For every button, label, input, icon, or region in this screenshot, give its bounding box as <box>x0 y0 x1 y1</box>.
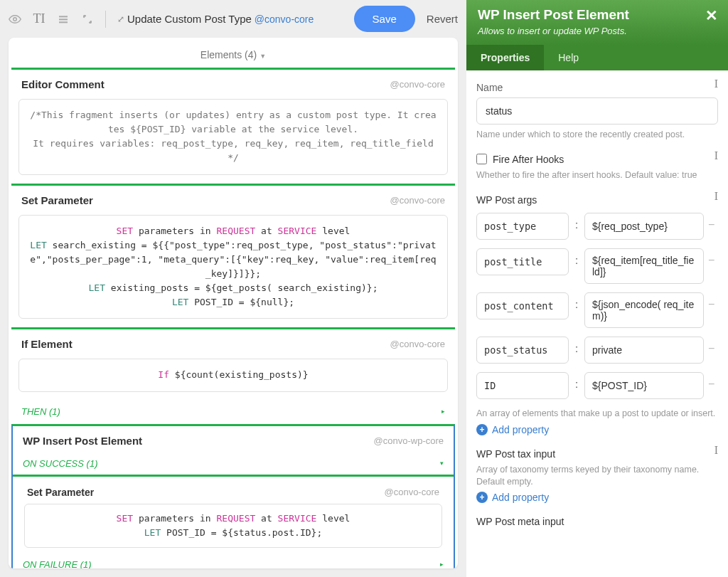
save-button[interactable]: Save <box>354 6 415 32</box>
fire-after-checkbox[interactable] <box>476 154 487 164</box>
fragment-title: Update Custom Post Type <box>127 13 252 25</box>
arg-key-input[interactable]: post_title <box>476 248 569 275</box>
fragment-handle: @convo-core <box>255 14 314 25</box>
arg-key-input[interactable]: post_status <box>476 337 569 364</box>
plus-icon: + <box>476 492 488 503</box>
prop-label: WP Post tax input <box>476 448 718 460</box>
prop-label: Name <box>476 82 718 93</box>
chevron-down-icon: ▼ <box>259 53 266 60</box>
element-wp-insert-post[interactable]: WP Insert Post Element @convo-wp-core ON… <box>11 424 455 568</box>
prop-wp-post-args: I WP Post args post_type:${req_post_type… <box>476 194 718 435</box>
block-handle: @convo-wp-core <box>374 435 444 446</box>
prop-fire-after: I Fire After Hooks Whether to fire the a… <box>476 154 718 181</box>
set-param-body: SET parameters in REQUEST at SERVICE lev… <box>18 215 448 319</box>
panel-body: I Name Name under which to store the rec… <box>466 70 728 577</box>
block-title: Set Parameter <box>27 487 94 498</box>
tab-help[interactable]: Help <box>544 45 593 70</box>
text-cursor-icon[interactable]: I <box>714 78 718 90</box>
svg-rect-2 <box>59 18 68 20</box>
arg-value-input[interactable]: ${req_post_type} <box>584 213 704 240</box>
plus-icon: + <box>476 424 488 435</box>
prop-name: I Name Name under which to store the rec… <box>476 82 718 141</box>
remove-arg-icon[interactable]: − <box>708 292 718 311</box>
list-icon[interactable] <box>57 13 70 26</box>
arg-value-input[interactable]: ${json_encode( req_item)} <box>584 292 704 328</box>
close-icon[interactable]: ✕ <box>705 7 718 24</box>
prop-label: WP Post args <box>476 194 718 206</box>
arg-key-input[interactable]: post_content <box>476 292 569 319</box>
elements-dropdown[interactable]: Elements (4)▼ <box>11 41 455 68</box>
block-handle: @convo-core <box>390 339 445 349</box>
svg-point-0 <box>14 17 17 21</box>
block-title: Set Parameter <box>21 194 93 206</box>
colon: : <box>573 337 580 354</box>
prop-help-text: An array of elements that make up a post… <box>476 408 718 420</box>
colon: : <box>573 248 580 266</box>
arg-row: post_content:${json_encode( req_item)}− <box>476 292 718 328</box>
caret-down-icon: ▾ <box>440 460 444 467</box>
element-editor-comment[interactable]: Editor Comment @convo-core /*This fragme… <box>11 68 455 175</box>
block-title: If Element <box>21 338 73 350</box>
expand-icon[interactable]: ⤢ <box>117 14 124 24</box>
block-title: Editor Comment <box>21 78 105 90</box>
text-cursor-icon[interactable]: I <box>714 444 718 457</box>
prop-label: Fire After Hooks <box>493 154 564 165</box>
breadcrumb: ⤢ Update Custom Post Type @convo-core <box>117 13 343 25</box>
if-body: If ${count(existing_posts)} <box>18 359 448 391</box>
block-handle: @convo-core <box>384 487 439 497</box>
arg-row: post_type:${req_post_type}− <box>476 213 718 240</box>
add-property-button[interactable]: + Add property <box>476 424 549 435</box>
caret-right-icon: ▸ <box>441 408 445 415</box>
remove-arg-icon[interactable]: − <box>708 248 718 267</box>
block-handle: @convo-core <box>390 79 445 90</box>
panel-tabs: Properties Help <box>466 45 728 70</box>
colon: : <box>573 372 580 390</box>
remove-arg-icon[interactable]: − <box>708 337 718 355</box>
prop-help-text: Whether to fire the after insert hooks. … <box>476 169 718 181</box>
editor-panel: TI ⤢ Update Custom Post Type @convo-core… <box>0 0 466 577</box>
text-cursor-icon[interactable]: I <box>714 149 718 162</box>
prop-label: WP Post meta input <box>476 516 718 527</box>
remove-arg-icon[interactable]: − <box>708 213 718 231</box>
name-input[interactable] <box>476 97 718 125</box>
element-if[interactable]: If Element @convo-core If ${count(existi… <box>11 327 455 422</box>
svg-rect-3 <box>59 21 68 23</box>
collapse-icon[interactable] <box>81 13 94 26</box>
arg-key-input[interactable]: ID <box>476 372 569 399</box>
text-cursor-icon[interactable]: I <box>714 190 718 203</box>
inner-set-parameter[interactable]: Set Parameter @convo-core SET parameters… <box>20 481 446 548</box>
comment-body: /*This fragment inserts (or updates) ent… <box>18 99 448 175</box>
visibility-icon[interactable] <box>9 13 21 26</box>
panel-subtitle: Allows to insert or update WP Posts. <box>478 26 717 36</box>
arg-value-input[interactable]: ${req_item[req_title_field]} <box>584 248 704 284</box>
block-handle: @convo-core <box>390 195 445 206</box>
svg-rect-1 <box>59 16 68 17</box>
revert-button[interactable]: Revert <box>427 13 458 25</box>
on-failure-branch[interactable]: ON FAILURE (1) ▸ <box>13 554 454 568</box>
inner-set-body: SET parameters in REQUEST at SERVICE lev… <box>24 504 442 548</box>
colon: : <box>573 292 580 310</box>
add-property-button[interactable]: + Add property <box>476 492 549 503</box>
prop-wp-post-meta: WP Post meta input <box>476 516 718 527</box>
text-icon[interactable]: TI <box>33 13 46 26</box>
panel-title: WP Insert Post Element <box>478 7 717 23</box>
on-success-branch[interactable]: ON SUCCESS (1) ▾ <box>13 452 454 475</box>
topbar: TI ⤢ Update Custom Post Type @convo-core… <box>0 0 466 38</box>
arg-row: post_title:${req_item[req_title_field]}− <box>476 248 718 284</box>
arg-row: ID:${POST_ID}− <box>476 372 718 399</box>
prop-wp-post-tax: I WP Post tax input Array of taxonomy te… <box>476 448 718 504</box>
arg-key-input[interactable]: post_type <box>476 213 569 240</box>
arg-row: post_status:private− <box>476 337 718 364</box>
colon: : <box>573 213 580 231</box>
panel-header: WP Insert Post Element Allows to insert … <box>466 0 728 45</box>
prop-help-text: Name under which to store the recently c… <box>476 129 718 141</box>
then-branch[interactable]: THEN (1) ▸ <box>11 401 455 423</box>
element-set-parameter[interactable]: Set Parameter @convo-core SET parameters… <box>11 184 455 319</box>
tab-properties[interactable]: Properties <box>466 45 544 70</box>
prop-help-text: Array of taxonomy terms keyed by their t… <box>476 464 718 488</box>
arg-value-input[interactable]: private <box>584 337 704 364</box>
caret-right-icon: ▸ <box>440 561 444 568</box>
elements-container: Elements (4)▼ Editor Comment @convo-core… <box>9 38 458 568</box>
remove-arg-icon[interactable]: − <box>708 372 718 391</box>
arg-value-input[interactable]: ${POST_ID} <box>584 372 704 399</box>
